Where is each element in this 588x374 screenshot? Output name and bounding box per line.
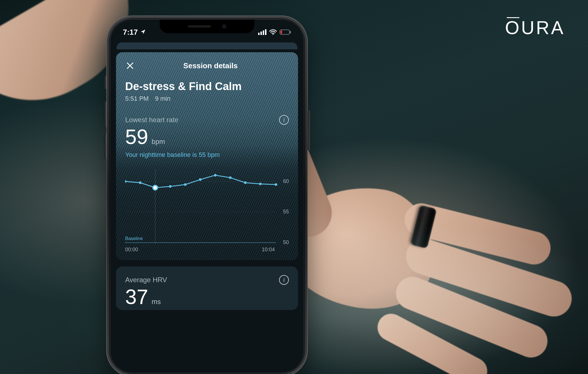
app-scroll-area[interactable]: Session details De-stress & Find Calm 5:… bbox=[110, 42, 304, 373]
card-header: Session details bbox=[125, 61, 289, 71]
avg-hrv-info-button[interactable]: i bbox=[279, 275, 289, 285]
session-title: De-stress & Find Calm bbox=[125, 80, 289, 93]
location-arrow-icon bbox=[140, 28, 146, 37]
phone-screen: 7:17 bbox=[110, 20, 304, 373]
svg-rect-3 bbox=[281, 31, 282, 34]
cellular-signal-icon bbox=[258, 29, 266, 35]
lowest-hr-label: Lowest heart rate bbox=[125, 116, 178, 124]
session-time: 5:51 PM bbox=[125, 95, 149, 102]
svg-point-15 bbox=[275, 183, 277, 186]
svg-rect-2 bbox=[290, 31, 291, 33]
lowest-hr-value: 59 bbox=[125, 126, 148, 147]
previous-card-peek bbox=[117, 42, 297, 49]
lowest-hr-info-button[interactable]: i bbox=[279, 115, 289, 125]
avg-hrv-unit: ms bbox=[152, 298, 161, 306]
power-button[interactable] bbox=[308, 110, 310, 150]
volume-up-button[interactable] bbox=[105, 102, 106, 127]
svg-point-12 bbox=[229, 176, 232, 179]
svg-point-10 bbox=[199, 178, 202, 181]
volume-down-button[interactable] bbox=[105, 133, 106, 159]
brand-logo: OURA bbox=[505, 17, 565, 38]
close-button[interactable] bbox=[125, 61, 135, 71]
phone-notch bbox=[160, 20, 254, 33]
svg-point-9 bbox=[184, 183, 187, 186]
heart-rate-chart[interactable]: 505560Baseline00:0010:04 bbox=[125, 166, 289, 252]
session-meta: 5:51 PM 9 min bbox=[125, 95, 289, 102]
svg-point-8 bbox=[169, 185, 171, 188]
speaker-grille bbox=[188, 25, 211, 28]
heart-rate-line bbox=[125, 166, 289, 254]
phone-frame: 7:17 bbox=[106, 15, 308, 374]
svg-point-7 bbox=[153, 185, 157, 190]
marketing-stage: OURA 7:17 bbox=[0, 0, 588, 374]
silence-switch[interactable] bbox=[105, 76, 106, 89]
avg-hrv-label: Average HRV bbox=[125, 276, 167, 284]
card-header-title: Session details bbox=[142, 61, 279, 70]
svg-point-6 bbox=[139, 181, 142, 184]
average-hrv-card: Average HRV i 37 ms bbox=[116, 266, 298, 310]
svg-point-0 bbox=[272, 34, 274, 35]
lowest-hr-unit: bpm bbox=[152, 138, 165, 146]
status-time: 7:17 bbox=[123, 28, 138, 37]
session-card: Session details De-stress & Find Calm 5:… bbox=[116, 52, 298, 260]
baseline-note: Your nighttime baseline is 55 bpm bbox=[125, 151, 289, 159]
battery-low-icon bbox=[280, 30, 291, 35]
svg-point-13 bbox=[244, 181, 247, 184]
svg-point-11 bbox=[214, 174, 216, 176]
front-camera bbox=[222, 24, 226, 28]
session-duration: 9 min bbox=[155, 95, 171, 102]
wifi-icon bbox=[269, 29, 277, 35]
avg-hrv-value: 37 bbox=[125, 287, 148, 307]
svg-point-14 bbox=[259, 183, 262, 185]
